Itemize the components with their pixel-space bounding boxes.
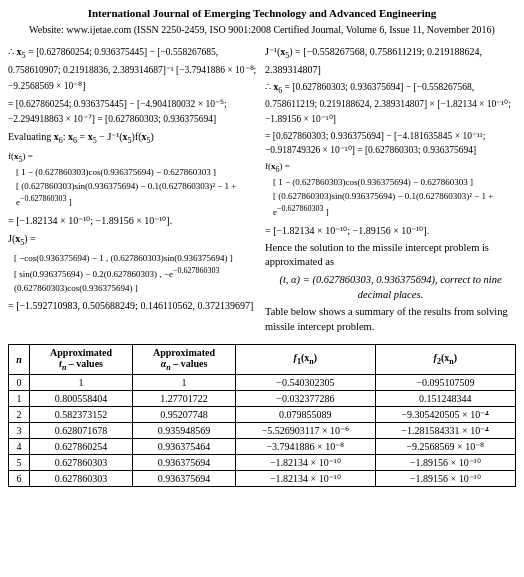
table-row: 30.6280716780.935948569−5.526903117 × 10… xyxy=(9,422,516,438)
fx5-result: = [−1.82134 × 10⁻¹⁰; −1.89156 × 10⁻¹⁰]. xyxy=(8,213,259,228)
table-cell: 5 xyxy=(9,454,30,470)
journal-info: Website: www.ijetae.com (ISSN 2250-2459,… xyxy=(8,23,516,37)
right-column: J⁻¹(x5) = [−0.558267568, 0.758611219; 0.… xyxy=(265,41,516,337)
table-row: 011−0.540302305−0.095107509 xyxy=(9,374,516,390)
table-cell: −1.89156 × 10⁻¹⁰ xyxy=(375,470,515,486)
left-math-2: = [0.627860254; 0.936375445] − [−4.90418… xyxy=(8,96,259,127)
table-cell: −9.2568569 × 10⁻⁸ xyxy=(375,438,515,454)
table-cell: 0.936375464 xyxy=(133,438,236,454)
table-cell: 4 xyxy=(9,438,30,454)
table-cell: −1.281584331 × 10⁻⁴ xyxy=(375,422,515,438)
table-cell: 0.627860303 xyxy=(30,454,133,470)
table-cell: 0.936375694 xyxy=(133,454,236,470)
left-column: ∴ x5 = [0.627860254; 0.936375445] − [−0.… xyxy=(8,41,259,337)
jfx5-result: = [−1.592710983, 0.505688249; 0.14611056… xyxy=(8,298,259,313)
table-cell: 0 xyxy=(9,374,30,390)
solution: (t, α) = (0.627860303, 0.936375694), cor… xyxy=(265,273,516,302)
fx5-formula: f(x5) = [ 1 − (0.627860303)cos(0.9363756… xyxy=(8,150,259,209)
table-cell: 0.628071678 xyxy=(30,422,133,438)
table-cell: 0.582373152 xyxy=(30,406,133,422)
table-row: 60.6278603030.936375694−1.82134 × 10⁻¹⁰−… xyxy=(9,470,516,486)
journal-name: International Journal of Emerging Techno… xyxy=(8,6,516,21)
table-cell: 6 xyxy=(9,470,30,486)
table-cell: 1 xyxy=(30,374,133,390)
table-row: 40.6278602540.936375464−3.7941886 × 10⁻⁸… xyxy=(9,438,516,454)
page-wrapper: International Journal of Emerging Techno… xyxy=(8,6,516,487)
table-cell: 0.627860254 xyxy=(30,438,133,454)
right-math-2: ∴ x6 = [0.627860303; 0.936375694] − [−0.… xyxy=(265,80,516,125)
table-cell: −3.7941886 × 10⁻⁸ xyxy=(236,438,376,454)
left-math-1: ∴ x5 = [0.627860254; 0.936375445] − [−0.… xyxy=(8,44,259,93)
table-cell: −9.305420505 × 10⁻⁴ xyxy=(375,406,515,422)
table-cell: 2 xyxy=(9,406,30,422)
table-intro: Table below shows a summary of the resul… xyxy=(265,305,516,334)
table-cell: 3 xyxy=(9,422,30,438)
table-cell: 0.95207748 xyxy=(133,406,236,422)
results-table: n Approximatedtn – values Approximatedαn… xyxy=(8,344,516,487)
table-cell: 0.936375694 xyxy=(133,470,236,486)
table-cell: 0.079855089 xyxy=(236,406,376,422)
table-row: 50.6278603030.936375694−1.82134 × 10⁻¹⁰−… xyxy=(9,454,516,470)
jfx5: J(x5) = xyxy=(8,231,259,249)
col-n: n xyxy=(9,344,30,374)
table-cell: 0.800558404 xyxy=(30,390,133,406)
table-cell: 1 xyxy=(133,374,236,390)
right-fx6-result: = [−1.82134 × 10⁻¹⁰; −1.89156 × 10⁻¹⁰]. xyxy=(265,223,516,238)
table-cell: 1 xyxy=(9,390,30,406)
col-f1: f1(xn) xyxy=(236,344,376,374)
table-cell: −1.89156 × 10⁻¹⁰ xyxy=(375,454,515,470)
table-cell: −0.540302305 xyxy=(236,374,376,390)
table-cell: −5.526903117 × 10⁻⁶ xyxy=(236,422,376,438)
table-cell: 1.27701722 xyxy=(133,390,236,406)
table-cell: −0.095107509 xyxy=(375,374,515,390)
conclusion-text: Hence the solution to the missile interc… xyxy=(265,241,516,270)
jfx5-matrix: [ −cos(0.936375694) − 1 , (0.627860303)s… xyxy=(8,252,259,296)
table-cell: −0.032377286 xyxy=(236,390,376,406)
table-cell: −1.82134 × 10⁻¹⁰ xyxy=(236,454,376,470)
table-cell: 0.151248344 xyxy=(375,390,515,406)
right-math-3: = [0.627860303; 0.936375694] − [−4.18163… xyxy=(265,129,516,158)
header: International Journal of Emerging Techno… xyxy=(8,6,516,37)
table-cell: −1.82134 × 10⁻¹⁰ xyxy=(236,470,376,486)
col-an: Approximatedαn – values xyxy=(133,344,236,374)
evaluating-x6: Evaluating x6: x6 = x5 − J⁻¹(x5)f(x5) xyxy=(8,129,259,147)
table-section: n Approximatedtn – values Approximatedαn… xyxy=(8,344,516,487)
right-fx6-formula: f(x6) = [ 1 − (0.627860303)cos(0.9363756… xyxy=(265,160,516,219)
table-cell: 0.627860303 xyxy=(30,470,133,486)
table-row: 20.5823731520.952077480.079855089−9.3054… xyxy=(9,406,516,422)
table-cell: 0.935948569 xyxy=(133,422,236,438)
col-tn: Approximatedtn – values xyxy=(30,344,133,374)
table-row: 10.8005584041.27701722−0.0323772860.1512… xyxy=(9,390,516,406)
col-f2: f2(xn) xyxy=(375,344,515,374)
right-math-1: J⁻¹(x5) = [−0.558267568, 0.758611219; 0.… xyxy=(265,44,516,77)
